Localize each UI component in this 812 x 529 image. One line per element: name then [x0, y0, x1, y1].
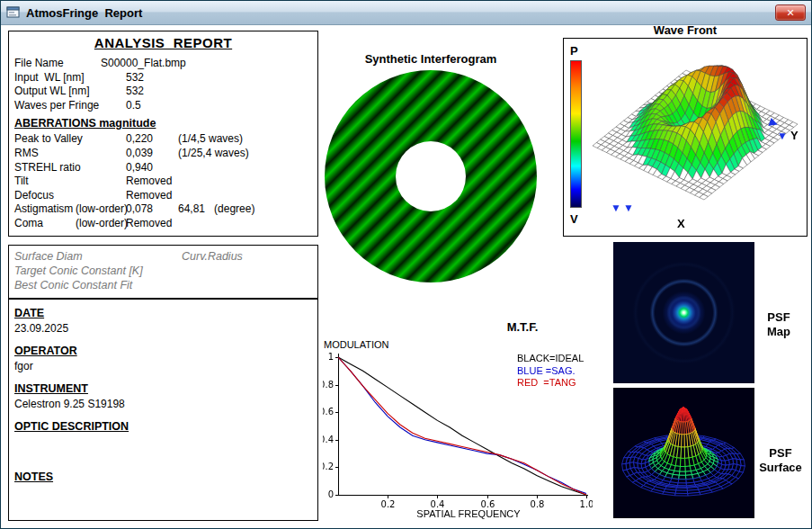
analysis-report-panel: ANALYSIS REPORT File Name S00000_Flat.bm…	[8, 31, 318, 237]
curv-radius-label: Curv.Radius	[182, 250, 243, 264]
wavefront-panel: P V X Y ▼▼ ▶ ▼	[563, 38, 808, 237]
report-row: File Name S00000_Flat.bmp	[9, 57, 317, 71]
window-title: AtmosFringe Report	[26, 6, 142, 20]
mtf-legend: BLACK=IDEALBLUE =SAG.RED =TANG	[517, 353, 584, 390]
x-axis-label: X	[677, 217, 685, 230]
instrument-heading: INSTRUMENT	[14, 382, 312, 395]
row-label: Peak to Valley	[14, 132, 126, 145]
interferogram-image	[325, 70, 537, 282]
row-label: Waves per Fringe	[14, 99, 126, 112]
row-value: 532	[126, 85, 178, 97]
row-label: RMS	[14, 147, 126, 159]
aberrations-section-heading: ABERRATIONS magnitude	[9, 117, 317, 130]
psf-surface-panel	[613, 388, 754, 518]
row-value: 0,220	[126, 132, 178, 145]
row-value: Removed	[126, 175, 178, 187]
surface-diam-label: Surface Diam	[14, 250, 182, 264]
row-label: Input WL [nm]	[14, 71, 126, 84]
row-value: Removed	[126, 189, 178, 202]
operator-heading: OPERATOR	[14, 345, 312, 357]
report-rows: File Name S00000_Flat.bmp Input WL [nm] …	[9, 57, 317, 231]
row-label: Coma(low-order)	[14, 217, 126, 229]
row-label: Astigmatism(low-order)	[14, 202, 126, 215]
psf-map-image	[613, 242, 754, 383]
row-value: Removed	[126, 217, 178, 229]
row-value: 0,940	[126, 161, 178, 174]
peak-label: P	[570, 44, 578, 58]
instrument-value: Celestron 9.25 S19198	[14, 398, 312, 410]
row-value: 0.5	[126, 99, 178, 112]
row-label: File Name	[14, 57, 101, 69]
wavefront-title: Wave Front	[563, 23, 808, 37]
target-conic-label: Target Conic Constant [K]	[14, 264, 312, 279]
row-value: S00000_Flat.bmp	[101, 57, 317, 69]
conic-panel: Surface Diam Curv.Radius Target Conic Co…	[8, 245, 318, 299]
app-window: AtmosFringe Report ✕ ANALYSIS REPORT Fil…	[0, 0, 812, 529]
row-qualifier: (low-order)	[76, 217, 128, 229]
report-row: Waves per Fringe 0.5	[9, 99, 317, 113]
best-conic-label: Best Conic Constant Fit	[14, 279, 312, 293]
report-row: Defocus Removed	[9, 189, 317, 203]
row-label: Output WL [nm]	[14, 85, 126, 97]
report-row: RMS 0,039 (1/25,4 waves)	[9, 147, 317, 161]
mtf-legend-item: BLUE =SAG.	[517, 365, 584, 378]
report-row: Output WL [nm] 532	[9, 85, 317, 99]
wavefront-colorbar	[570, 60, 582, 208]
mtf-legend-item: RED =TANG	[517, 377, 584, 390]
row-qualifier: (low-order)	[76, 202, 128, 215]
interferogram-hole	[396, 141, 466, 211]
date-heading: DATE	[14, 307, 312, 319]
report-row: Coma(low-order) Removed	[9, 217, 317, 231]
report-row: STREHL ratio 0,940	[9, 161, 317, 175]
notes-heading: NOTES	[14, 471, 312, 483]
report-row: Input WL [nm] 532	[9, 71, 317, 85]
y-axis-label: Y	[790, 129, 799, 142]
row-label: Tilt	[14, 175, 126, 187]
psf-surface-plot	[613, 388, 754, 518]
close-icon: ✕	[786, 7, 794, 19]
row-value: 0,039	[126, 147, 178, 159]
row-extra: (1/4,5 waves)	[178, 132, 317, 145]
valley-label: V	[570, 212, 578, 226]
min-marker-icon: ▼▼	[611, 202, 636, 214]
row-extra: 64,81 (degree)	[178, 202, 317, 215]
title-bar[interactable]: AtmosFringe Report ✕	[1, 1, 811, 25]
mtf-x-axis-label: SPATIAL FREQUENCY	[379, 508, 558, 519]
psf-surface-label: PSF Surface	[754, 446, 807, 475]
row-label: Defocus	[14, 189, 126, 202]
app-icon	[6, 5, 21, 20]
psf-map-label: PSF Map	[757, 310, 800, 339]
row-value: 0,078	[126, 202, 178, 215]
mtf-legend-item: BLACK=IDEAL	[517, 353, 584, 365]
date-value: 23.09.2025	[14, 322, 312, 335]
min-marker-icon: ▼	[777, 130, 788, 142]
conic-line: Surface Diam Curv.Radius	[14, 250, 312, 264]
row-value: 532	[126, 71, 178, 84]
mtf-title: M.T.F.	[486, 320, 558, 334]
report-row: Peak to Valley 0,220 (1/4,5 waves)	[9, 132, 317, 147]
optic-description-heading: OPTIC DESCRIPTION	[14, 420, 312, 433]
report-title: ANALYSIS REPORT	[9, 35, 317, 50]
row-label: STREHL ratio	[14, 161, 126, 174]
report-row: Astigmatism(low-order) 0,078 64,81 (degr…	[9, 202, 317, 217]
info-panel: DATE 23.09.2025 OPERATOR fgor INSTRUMENT…	[8, 299, 318, 521]
report-row: Tilt Removed	[9, 175, 317, 189]
row-extra: (1/25,4 waves)	[178, 147, 317, 159]
operator-value: fgor	[14, 360, 312, 372]
close-button[interactable]: ✕	[775, 4, 806, 21]
mtf-y-axis-label: MODULATION	[324, 339, 389, 350]
interferogram-title: Synthetic Interferogram	[323, 52, 539, 66]
